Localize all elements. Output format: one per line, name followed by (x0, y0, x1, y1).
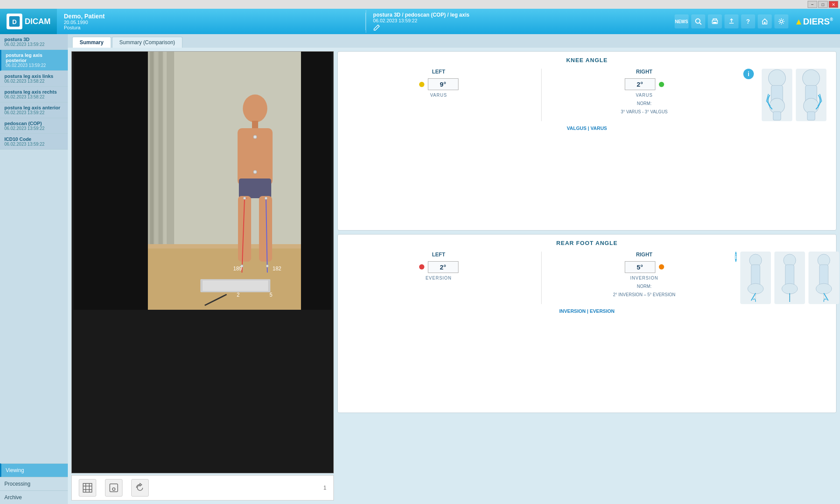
sidebar-item-date: 06.02.2023 13:59:22 (6, 63, 63, 68)
knee-left-col: LEFT 9° VARUS (343, 69, 534, 121)
svg-point-29 (253, 170, 257, 174)
sidebar-item-title: postura leg axis links (4, 74, 63, 79)
svg-rect-18 (203, 280, 268, 291)
sidebar-bottom-processing[interactable]: Processing (0, 477, 68, 490)
sidebar-item-date: 06.02.2023 13:59:22 (4, 142, 63, 147)
svg-text:D: D (12, 18, 16, 25)
svg-point-6 (780, 20, 783, 23)
svg-rect-15 (148, 244, 301, 310)
svg-text:182: 182 (273, 266, 281, 272)
diers-logo: ▲DIERS® (794, 17, 833, 27)
svg-point-30 (243, 197, 246, 200)
knee-left-dot (419, 82, 424, 87)
rear-foot-diagram-section: i (743, 252, 831, 304)
svg-rect-22 (239, 178, 271, 198)
valgus-varus-link[interactable]: VALGUS | VARUS (567, 126, 607, 131)
svg-text:5: 5 (270, 292, 273, 298)
tab-summary[interactable]: Summary (72, 37, 111, 48)
rear-foot-info-icon[interactable]: i (735, 252, 737, 262)
knee-right-col: RIGHT 2° VARUS NORM: 3° VARUS - 3° VALGU… (549, 69, 740, 121)
rotate-button[interactable] (131, 479, 149, 497)
sidebar-item-title: postura 3D (4, 37, 63, 42)
rear-foot-norm-value: 2° INVERSION – 5° EVERSION (613, 292, 676, 297)
svg-point-58 (748, 284, 763, 294)
rear-foot-right-value: 5° (625, 261, 655, 273)
scan-date: 06.02.2023 13:59:22 (373, 18, 668, 23)
knee-norm-label: NORM: (637, 101, 651, 106)
home-button[interactable] (758, 14, 772, 28)
single-view-button[interactable] (105, 479, 122, 497)
rear-foot-title: REAR FOOT ANGLE (343, 240, 831, 246)
content-area: Summary Summary (Comparison) (68, 34, 840, 504)
rear-foot-norm-label: NORM: (637, 284, 651, 289)
knee-right-value-box: 2° (625, 78, 664, 90)
knee-right-value: 2° (625, 78, 655, 90)
rear-foot-left-col: LEFT 2° EVERSION (343, 252, 534, 304)
knee-angle-card: KNEE ANGLE LEFT 9° VARUS (337, 51, 836, 231)
sidebar-item-date: 06.02.2023 13:59:22 (4, 110, 63, 115)
knee-right-label: RIGHT (636, 69, 652, 75)
knee-diagram-right (796, 69, 826, 121)
minimize-button[interactable]: − (808, 1, 817, 8)
svg-rect-16 (148, 244, 301, 248)
svg-line-3 (700, 23, 701, 24)
help-button[interactable]: ? (741, 14, 755, 28)
page-number: 1 (323, 485, 326, 491)
sidebar-bottom-viewing[interactable]: Viewing (0, 463, 68, 477)
patient-type: Postura (64, 25, 358, 30)
sidebar-item-anterior[interactable]: postura leg axis anterior 06.02.2023 13:… (0, 102, 68, 118)
tab-summary-comparison[interactable]: Summary (Comparison) (112, 37, 182, 48)
knee-left-value-box: 9° (419, 78, 458, 90)
sidebar-item-title: ICD10 Code (4, 136, 63, 142)
edit-icon[interactable] (373, 24, 380, 31)
knee-left-value: 9° (428, 78, 458, 90)
rear-foot-card: REAR FOOT ANGLE LEFT 2° EVERSION (337, 234, 836, 413)
print-button[interactable] (708, 14, 722, 28)
app-name: DICAM (25, 17, 51, 26)
rear-foot-content: LEFT 2° EVERSION RIGHT 5° (343, 252, 831, 304)
sidebar-item-date: 06.02.2023 13:59:22 (4, 126, 63, 131)
knee-diagram (757, 69, 831, 121)
right-panel: KNEE ANGLE LEFT 9° VARUS (337, 51, 836, 500)
sidebar-item-icd10[interactable]: ICD10 Code 06.02.2023 13:59:22 (0, 134, 68, 150)
settings-button[interactable] (774, 14, 788, 28)
left-panel: 189 182 2 5 (71, 51, 334, 500)
sidebar-item-links[interactable]: postura leg axis links 06.02.2023 13:58:… (0, 71, 68, 87)
svg-point-51 (802, 70, 819, 87)
rear-foot-right-dot (659, 264, 664, 270)
sidebar-item-date: 06.02.2023 13:58:22 (4, 94, 63, 99)
header: D DICAM Demo, Patient 20.05.1990 Postura… (0, 9, 840, 34)
sidebar-item-rechts[interactable]: postura leg axis rechts 06.02.2023 13:58… (0, 87, 68, 102)
scan-image: 189 182 2 5 (72, 52, 333, 310)
circle-icon (108, 483, 119, 493)
grid-view-button[interactable] (79, 479, 96, 497)
rear-foot-left-value: 2° (428, 261, 458, 273)
patient-info: Demo, Patient 20.05.1990 Postura (57, 11, 365, 32)
sidebar-item-postura3d[interactable]: postura 3D 06.02.2023 13:59:22 (0, 34, 68, 50)
knee-diagram-section: i (743, 69, 831, 121)
maximize-button[interactable]: □ (818, 1, 828, 8)
rear-foot-left-value-box: 2° (419, 261, 458, 273)
rear-foot-diagram-right (808, 252, 839, 304)
svg-point-70 (816, 284, 832, 294)
sidebar-item-title: postura leg axis posterior (6, 52, 63, 63)
search-button[interactable] (691, 14, 705, 28)
sidebar-item-pedoscan[interactable]: pedoscan (COP) 06.02.2023 13:59:22 (0, 118, 68, 134)
rear-foot-left-label: LEFT (432, 252, 445, 258)
tab-bar: Summary Summary (Comparison) (68, 34, 840, 48)
sidebar-item-posterior[interactable]: postura leg axis posterior 06.02.2023 13… (0, 50, 68, 71)
news-button[interactable]: NEWS (675, 14, 689, 28)
rotate-icon (135, 483, 145, 493)
svg-rect-49 (773, 112, 780, 120)
scan-title: postura 3D / pedoscan (COP) / leg axis (373, 12, 668, 18)
close-button[interactable]: ✕ (829, 1, 838, 8)
svg-point-28 (253, 135, 257, 139)
svg-point-46 (768, 70, 785, 87)
export-button[interactable] (724, 14, 738, 28)
rear-foot-diagram (740, 252, 839, 304)
logo-area: D DICAM (0, 9, 57, 34)
sidebar-bottom-archive[interactable]: Archive (0, 490, 68, 504)
image-toolbar: 1 (71, 475, 334, 500)
knee-info-icon[interactable]: i (743, 69, 754, 79)
inversion-eversion-link[interactable]: INVERSION | EVERSION (559, 308, 615, 314)
